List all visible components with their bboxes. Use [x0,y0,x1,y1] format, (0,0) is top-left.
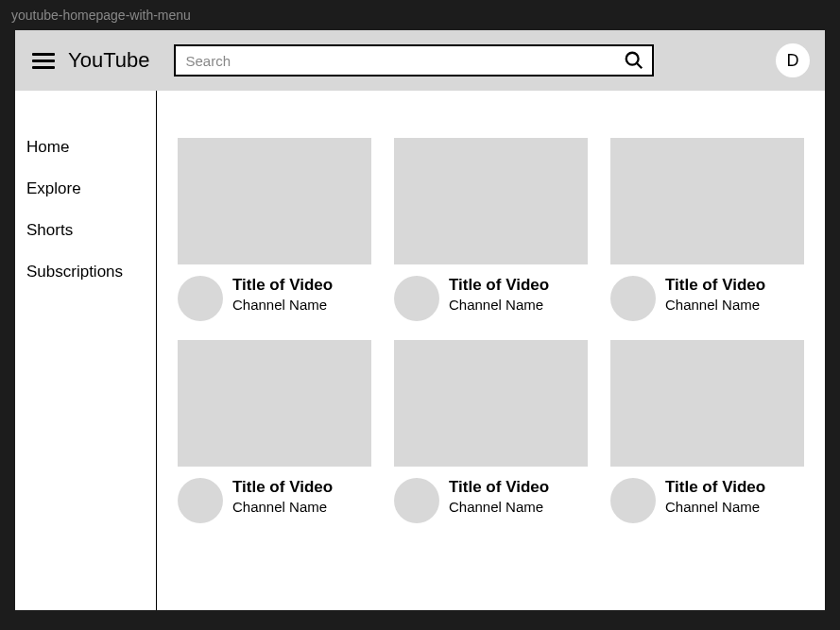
sidebar-item-subscriptions[interactable]: Subscriptions [26,263,156,281]
content-area: Title of Video Channel Name Title of Vid… [157,91,825,610]
channel-avatar[interactable] [394,276,439,321]
channel-name[interactable]: Channel Name [449,499,588,515]
channel-name[interactable]: Channel Name [665,297,804,313]
search-icon[interactable] [624,50,644,71]
channel-avatar[interactable] [610,478,656,523]
sidebar: Home Explore Shorts Subscriptions [15,91,157,610]
video-text: Title of Video Channel Name [449,276,588,321]
user-avatar[interactable]: D [776,43,810,77]
header: YouTube D [15,30,825,91]
search-input[interactable] [185,53,624,69]
brand-logo[interactable]: YouTube [68,48,149,73]
sidebar-item-explore[interactable]: Explore [26,179,156,198]
video-thumbnail[interactable] [178,138,371,264]
video-text: Title of Video Channel Name [665,276,804,321]
body: Home Explore Shorts Subscriptions Title … [15,91,825,610]
sidebar-item-home[interactable]: Home [26,138,156,157]
video-card[interactable]: Title of Video Channel Name [394,138,588,321]
window-title: youtube-homepage-with-menu [0,0,840,30]
search-bar[interactable] [174,44,654,77]
svg-line-1 [637,63,643,69]
channel-name[interactable]: Channel Name [232,297,371,313]
video-text: Title of Video Channel Name [449,478,588,523]
video-meta: Title of Video Channel Name [178,467,371,523]
video-title[interactable]: Title of Video [449,276,588,295]
app-frame: YouTube D Home Explore Shorts Subscripti… [15,30,825,610]
video-title[interactable]: Title of Video [665,276,804,295]
video-meta: Title of Video Channel Name [610,467,804,523]
video-card[interactable]: Title of Video Channel Name [394,340,588,523]
hamburger-menu-icon[interactable] [30,51,57,71]
video-thumbnail[interactable] [610,138,804,264]
video-meta: Title of Video Channel Name [394,467,588,523]
video-meta: Title of Video Channel Name [178,264,371,321]
channel-name[interactable]: Channel Name [449,297,588,313]
video-thumbnail[interactable] [394,340,588,467]
video-card[interactable]: Title of Video Channel Name [610,340,804,523]
video-title[interactable]: Title of Video [232,478,371,497]
channel-name[interactable]: Channel Name [232,499,371,515]
video-thumbnail[interactable] [178,340,371,467]
video-card[interactable]: Title of Video Channel Name [610,138,804,321]
video-card[interactable]: Title of Video Channel Name [178,138,371,321]
video-thumbnail[interactable] [394,138,588,264]
svg-point-0 [626,53,639,65]
video-text: Title of Video Channel Name [665,478,804,523]
video-grid: Title of Video Channel Name Title of Vid… [178,138,804,523]
video-card[interactable]: Title of Video Channel Name [178,340,371,523]
channel-avatar[interactable] [178,478,223,523]
video-title[interactable]: Title of Video [665,478,804,497]
channel-name[interactable]: Channel Name [665,499,804,515]
video-text: Title of Video Channel Name [232,478,371,523]
video-text: Title of Video Channel Name [232,276,371,321]
channel-avatar[interactable] [394,478,439,523]
video-thumbnail[interactable] [610,340,804,467]
video-title[interactable]: Title of Video [232,276,371,295]
video-meta: Title of Video Channel Name [394,264,588,321]
channel-avatar[interactable] [610,276,656,321]
video-title[interactable]: Title of Video [449,478,588,497]
sidebar-item-shorts[interactable]: Shorts [26,221,156,240]
channel-avatar[interactable] [178,276,223,321]
video-meta: Title of Video Channel Name [610,264,804,321]
